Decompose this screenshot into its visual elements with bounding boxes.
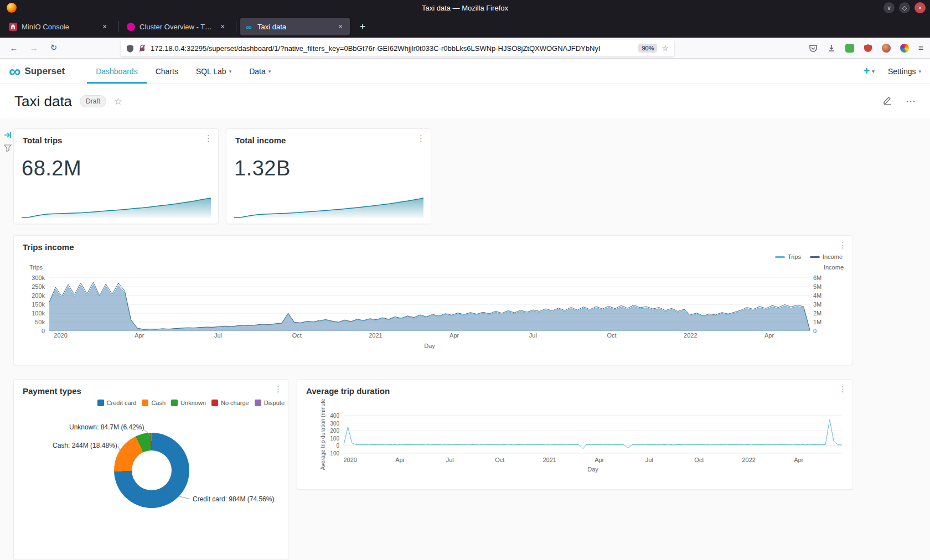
axis-tick-label: Oct [694, 457, 704, 463]
legend-item[interactable]: Trips [775, 253, 801, 260]
chart-kebab-menu-icon[interactable]: ⋮ [204, 133, 213, 143]
tracking-protection-shield-icon[interactable] [126, 44, 134, 53]
avg-trip-duration-plot[interactable] [344, 416, 842, 453]
axis-tick-label: Oct [495, 457, 504, 463]
filter-icon[interactable] [4, 144, 12, 154]
chart-kebab-menu-icon[interactable]: ⋮ [417, 133, 425, 143]
legend-label: Credit card [107, 400, 137, 406]
window-maximize-button[interactable]: ◇ [899, 2, 910, 13]
dashboard-more-menu-icon[interactable]: ⋯ [906, 95, 916, 107]
window-title: Taxi data — Mozilla Firefox [0, 4, 930, 12]
left-axis-title: Trips [29, 264, 43, 271]
chart-kebab-menu-icon[interactable]: ⋮ [839, 384, 847, 394]
forward-button[interactable]: → [25, 40, 42, 55]
chevron-down-icon: ▾ [872, 69, 875, 74]
settings-menu[interactable]: Settings▾ [888, 67, 921, 76]
tab-minio-console[interactable]: MinIO Console × [4, 18, 114, 35]
trips-income-card: Trips income ⋮ TripsIncome Trips Income … [13, 235, 853, 365]
legend-label: No charge [221, 400, 249, 406]
axis-tick-label: -100 [328, 450, 339, 457]
superset-logo[interactable]: ∞ Superset [9, 65, 65, 78]
axis-tick-label: Jul [214, 332, 222, 339]
payment-types-donut[interactable] [114, 433, 189, 508]
axis-tick-label: Jul [446, 457, 454, 463]
legend-item[interactable]: Cash [142, 400, 166, 406]
tab-label: Taxi data [257, 23, 331, 31]
tab-separator [118, 21, 118, 32]
url-bar[interactable]: 172.18.0.4:32295/superset/dashboard/1/?n… [121, 40, 674, 56]
trips-income-plot[interactable] [49, 278, 810, 331]
back-button[interactable]: ← [6, 40, 22, 55]
legend-swatch [171, 400, 178, 406]
axis-tick-label: Apr [595, 457, 604, 463]
axis-tick-label: 200k [32, 292, 45, 299]
tab-taxi-data-active[interactable]: ∞ Taxi data × [240, 18, 350, 35]
axis-tick-label: 100k [32, 310, 45, 317]
chevron-down-icon: ▾ [268, 69, 271, 74]
tab-close-icon[interactable]: × [100, 22, 110, 31]
trino-favicon [127, 23, 135, 31]
axis-tick-label: 300 [330, 420, 339, 426]
window-minimize-button[interactable]: ∨ [884, 2, 895, 13]
legend-item[interactable]: Credit card [97, 400, 137, 406]
edit-pencil-icon[interactable] [883, 96, 892, 107]
x-axis-title: Day [49, 343, 810, 349]
legend-label: Cash [151, 400, 166, 406]
pocket-icon[interactable] [809, 44, 818, 53]
insecure-lock-icon[interactable] [138, 44, 146, 52]
axis-tick-label: Apr [764, 332, 774, 339]
nav-dashboards[interactable]: Dashboards [87, 59, 147, 84]
total-trips-card: Total trips ⋮ 68.2M [13, 128, 219, 224]
tab-trino-cluster[interactable]: Cluster Overview - Trino × [122, 18, 232, 35]
axis-tick-label: 2022 [742, 457, 755, 463]
nav-data[interactable]: Data▾ [240, 59, 280, 84]
axis-tick-label: Apr [794, 457, 803, 463]
axis-tick-label: Apr [395, 457, 405, 463]
legend-item[interactable]: Dispute [255, 400, 285, 406]
slice-annotation: Credit card: 984M (74.56%) [193, 495, 274, 503]
chart-kebab-menu-icon[interactable]: ⋮ [274, 384, 282, 394]
bookmark-star-icon[interactable]: ☆ [662, 44, 669, 53]
x-axis-ticks: 2020AprJulOct2021AprJulOct2022Apr [49, 332, 810, 340]
new-tab-button[interactable]: + [354, 18, 371, 35]
chart-title: Total trips [23, 136, 62, 145]
tab-close-icon[interactable]: × [218, 22, 228, 31]
axis-tick-label: 6M [813, 274, 822, 281]
downloads-icon[interactable] [827, 44, 836, 53]
axis-tick-label: 50k [35, 319, 45, 325]
axis-tick-label: 2022 [684, 332, 697, 339]
right-axis-title: Income [824, 264, 844, 271]
chart-kebab-menu-icon[interactable]: ⋮ [839, 240, 847, 250]
nav-charts[interactable]: Charts [147, 59, 187, 84]
axis-tick-label: Apr [135, 332, 144, 339]
avg-trip-duration-card: Average trip duration ⋮ Average trip dur… [297, 379, 853, 490]
chart-title: Average trip duration [306, 386, 390, 396]
extension-pinwheel-icon[interactable] [900, 44, 909, 53]
new-item-button[interactable]: +▾ [864, 65, 875, 77]
reload-button[interactable]: ↻ [45, 40, 62, 55]
dashboard-content: Total trips ⋮ 68.2M Total income ⋮ 1.32B… [0, 118, 930, 560]
payment-types-card: Payment types ⋮ Credit cardCashUnknownNo… [13, 379, 288, 560]
window-close-button[interactable]: × [914, 2, 926, 13]
minio-favicon [9, 23, 17, 31]
tab-close-icon[interactable]: × [335, 22, 345, 31]
legend-item[interactable]: Income [810, 253, 843, 260]
account-avatar[interactable] [882, 44, 891, 53]
superset-brand: Superset [24, 66, 65, 77]
legend-item[interactable]: Unknown [171, 400, 206, 406]
hamburger-menu-icon[interactable]: ≡ [918, 43, 923, 53]
axis-tick-label: 2021 [369, 332, 382, 339]
axis-tick-label: 4M [813, 292, 822, 299]
legend-item[interactable]: No charge [211, 400, 249, 406]
expand-filter-bar-icon[interactable] [4, 131, 12, 141]
favorite-star-icon[interactable]: ☆ [114, 96, 122, 107]
zoom-level-badge[interactable]: 90% [638, 44, 657, 53]
tab-bar: MinIO Console × Cluster Overview - Trino… [0, 15, 930, 38]
nav-sql-lab[interactable]: SQL Lab▾ [187, 59, 240, 84]
ublock-origin-icon[interactable] [864, 44, 872, 53]
legend-swatch [211, 400, 218, 406]
legend-swatch [97, 400, 104, 406]
privacy-extension-icon[interactable] [845, 44, 854, 53]
axis-tick-label: 300k [32, 274, 45, 281]
superset-header: ∞ Superset Dashboards Charts SQL Lab▾ Da… [0, 59, 930, 84]
